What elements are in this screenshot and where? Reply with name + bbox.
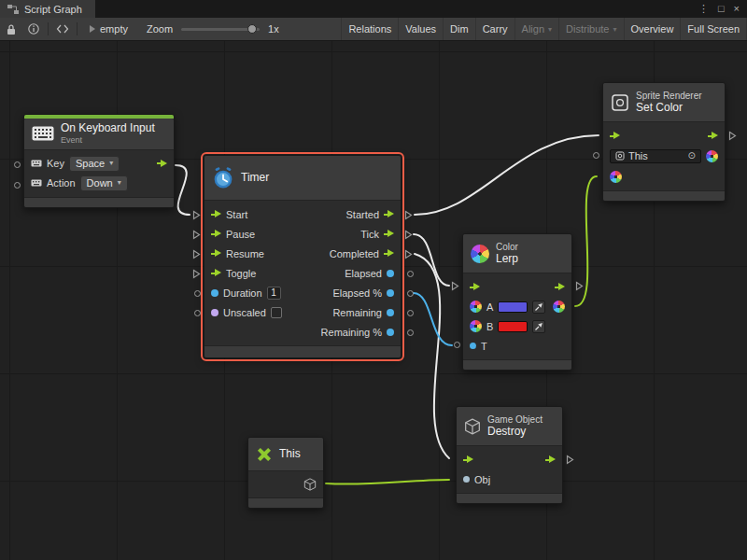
this-icon — [256, 446, 273, 463]
action-type-icon — [31, 179, 42, 187]
port-elapsed-percent[interactable]: Elapsed % — [332, 287, 394, 299]
port-remaining[interactable]: Remaining — [332, 307, 394, 318]
distribute-button[interactable]: Distribute▾ — [558, 18, 623, 40]
target-object-field[interactable]: This ⊙ — [610, 149, 701, 163]
timer-pause-outer-port[interactable] — [192, 230, 201, 240]
timer-unscaled-outer-port[interactable] — [194, 310, 201, 316]
color-in-port[interactable] — [610, 171, 622, 183]
lerp-flow-out-outer-port[interactable] — [575, 281, 584, 291]
float-port-icon — [387, 270, 394, 277]
self-out-port[interactable] — [303, 478, 317, 491]
timer-tick-outer-port[interactable] — [404, 230, 413, 240]
tab-script-graph[interactable]: Script Graph — [0, 0, 96, 18]
port-duration[interactable]: Duration1 — [211, 287, 281, 300]
info-icon[interactable] — [22, 18, 45, 40]
color-a-swatch[interactable] — [498, 301, 528, 313]
flow-out-port[interactable] — [157, 160, 167, 168]
breadcrumb-arrow-icon — [90, 25, 95, 33]
flow-in-port[interactable] — [610, 132, 620, 140]
zoom-slider-handle[interactable] — [247, 24, 257, 34]
color-out-port[interactable] — [706, 150, 718, 162]
port-toggle[interactable]: Toggle — [211, 268, 256, 279]
node-header-text: Color Lerp — [496, 242, 518, 266]
dim-button[interactable]: Dim — [443, 18, 475, 40]
duration-input[interactable]: 1 — [267, 287, 281, 300]
port-start[interactable]: Start — [211, 209, 247, 220]
action-dropdown[interactable]: Down ▾ — [80, 175, 128, 191]
dropdown-caret-icon: ▾ — [613, 25, 617, 34]
timer-resume-outer-port[interactable] — [192, 249, 201, 259]
unscaled-checkbox[interactable] — [271, 307, 282, 318]
port-unscaled[interactable]: Unscaled — [211, 307, 282, 318]
keyboard-icon — [32, 126, 54, 141]
zoom-control: Zoom 1x — [147, 23, 279, 35]
node-set-color[interactable]: Sprite Renderer Set Color This ⊙ — [602, 82, 726, 202]
setcolor-flow-out-outer-port[interactable] — [728, 131, 737, 141]
node-component: Game Object — [487, 414, 543, 426]
node-color-lerp[interactable]: Color Lerp A — [462, 233, 572, 371]
float-port-icon[interactable] — [470, 343, 476, 349]
carry-button[interactable]: Carry — [475, 18, 514, 40]
node-this[interactable]: This — [247, 437, 324, 509]
eyedropper-button[interactable] — [532, 301, 545, 314]
zoom-slider[interactable] — [181, 28, 260, 31]
timer-start-outer-port[interactable] — [192, 210, 201, 220]
overview-button[interactable]: Overview — [624, 18, 681, 40]
graph-breadcrumb[interactable]: empty — [80, 23, 137, 35]
relations-button[interactable]: Relations — [341, 18, 398, 40]
timer-toggle-outer-port[interactable] — [192, 269, 201, 279]
color-port-icon[interactable] — [470, 301, 482, 313]
flow-in-port[interactable] — [470, 283, 480, 291]
lerp-flow-in-outer-port[interactable] — [451, 281, 459, 291]
lerp-t-outer-port[interactable] — [454, 342, 460, 348]
align-button[interactable]: Align▾ — [514, 18, 558, 40]
collapse-panels-icon[interactable] — [51, 18, 74, 40]
maximize-icon[interactable]: □ — [718, 4, 725, 14]
port-remaining-percent[interactable]: Remaining % — [321, 327, 394, 338]
node-destroy[interactable]: Game Object Destroy Obj — [456, 406, 563, 504]
keyboard-action-outer-port[interactable] — [14, 182, 21, 189]
object-picker-icon[interactable]: ⊙ — [688, 151, 696, 161]
timer-started-outer-port[interactable] — [404, 210, 413, 220]
port-tick[interactable]: Tick — [360, 229, 394, 240]
eyedropper-button[interactable] — [532, 320, 545, 333]
flow-in-port[interactable] — [463, 455, 473, 464]
color-result-port[interactable] — [553, 301, 565, 313]
port-resume[interactable]: Resume — [211, 248, 264, 259]
port-started[interactable]: Started — [346, 209, 394, 220]
pane-menu-icon[interactable]: ⋮ — [698, 4, 709, 14]
destroy-flow-out-outer-port[interactable] — [566, 455, 574, 465]
node-timer[interactable]: Timer Start Started Pause Tick Resume Co… — [204, 155, 402, 358]
timer-completed-outer-port[interactable] — [404, 249, 413, 259]
lock-icon[interactable] — [0, 18, 22, 40]
game-object-icon — [464, 418, 481, 435]
flow-out-port[interactable] — [708, 132, 718, 140]
game-object-port-icon — [303, 478, 317, 491]
close-icon[interactable]: × — [734, 4, 740, 14]
flow-out-port[interactable] — [545, 455, 556, 464]
keyboard-key-outer-port[interactable] — [14, 161, 21, 168]
timer-remaining-outer-port[interactable] — [407, 310, 414, 316]
color-port-icon[interactable] — [470, 320, 482, 332]
color-b-swatch[interactable] — [498, 321, 528, 332]
object-port-icon[interactable] — [463, 476, 470, 483]
flow-out-icon — [384, 230, 394, 238]
destroy-obj-row: Obj — [457, 469, 562, 489]
timer-remaining-percent-outer-port[interactable] — [407, 329, 414, 336]
port-pause[interactable]: Pause — [211, 229, 255, 240]
node-on-keyboard-input[interactable]: On Keyboard Input Event Key Space ▾ — [23, 114, 175, 208]
port-label-a: A — [486, 301, 493, 313]
port-elapsed[interactable]: Elapsed — [345, 268, 394, 279]
window-controls: ⋮ □ × — [698, 0, 747, 18]
lerp-b-row: B — [463, 316, 571, 336]
flow-out-port[interactable] — [555, 283, 565, 291]
port-completed[interactable]: Completed — [330, 248, 394, 259]
fullscreen-button[interactable]: Full Screen — [680, 18, 747, 40]
timer-elapsed-percent-outer-port[interactable] — [407, 290, 414, 297]
node-header: Timer — [204, 156, 401, 201]
key-dropdown[interactable]: Space ▾ — [69, 156, 120, 172]
timer-elapsed-outer-port[interactable] — [407, 271, 414, 277]
setcolor-target-outer-port[interactable] — [593, 152, 599, 159]
timer-duration-outer-port[interactable] — [194, 290, 201, 297]
values-button[interactable]: Values — [398, 18, 443, 40]
